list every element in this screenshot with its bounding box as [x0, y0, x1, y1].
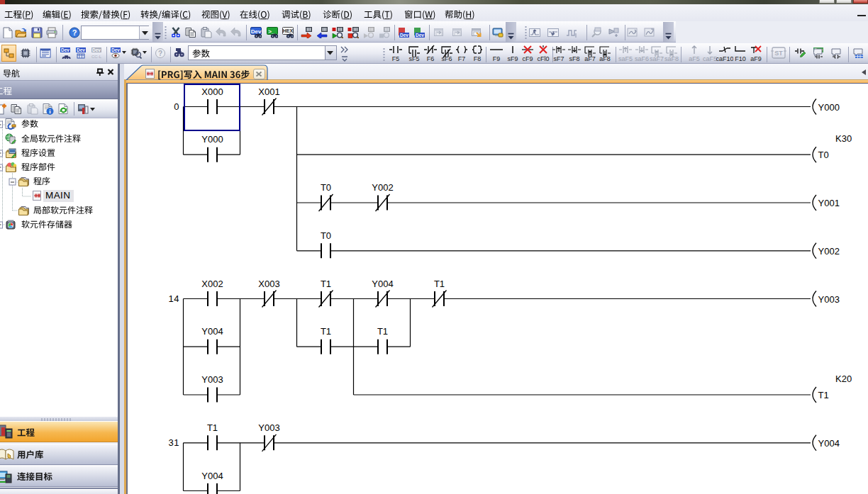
svg-text:Y003: Y003: [818, 294, 840, 305]
svg-text:Y002: Y002: [818, 246, 840, 257]
svg-text:K20: K20: [835, 374, 852, 384]
svg-text:Y004: Y004: [818, 438, 840, 449]
svg-text:T1: T1: [818, 390, 829, 400]
svg-text:Y003: Y003: [201, 374, 223, 385]
svg-text:Y004: Y004: [201, 326, 223, 337]
svg-text:Y004: Y004: [372, 279, 393, 289]
svg-text:X002: X002: [201, 279, 223, 289]
svg-text:0: 0: [174, 101, 179, 112]
svg-text:Y000: Y000: [818, 102, 840, 113]
svg-text:X001: X001: [258, 86, 279, 97]
svg-text:Y000: Y000: [201, 134, 223, 145]
svg-text:31: 31: [169, 437, 179, 448]
svg-text:X003: X003: [258, 279, 279, 289]
svg-text:T1: T1: [207, 422, 218, 433]
svg-text:Y003: Y003: [258, 422, 279, 433]
svg-text:T1: T1: [321, 326, 331, 337]
svg-text:14: 14: [169, 293, 179, 304]
svg-text:Y004: Y004: [201, 471, 223, 481]
svg-text:T1: T1: [434, 279, 445, 289]
svg-text:Y001: Y001: [818, 198, 840, 208]
svg-text:T0: T0: [321, 182, 331, 193]
svg-text:T0: T0: [321, 230, 331, 241]
svg-text:T1: T1: [377, 326, 388, 337]
svg-text:K30: K30: [835, 133, 852, 144]
svg-text:T1: T1: [321, 279, 331, 289]
svg-text:Y002: Y002: [372, 182, 393, 193]
svg-text:T0: T0: [818, 150, 829, 160]
